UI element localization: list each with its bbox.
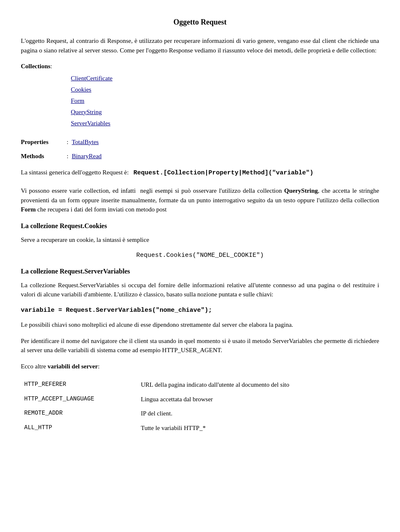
other-vars-bold: variabili del server [48, 363, 98, 370]
collection-link-clientcertificate[interactable]: ClientCertificate [71, 75, 112, 82]
methods-row: Methods : BinaryRead [21, 152, 379, 161]
querystring-bold: QueryString [284, 187, 318, 194]
cookies-code: Request.Cookies("NOME_DEL_COOKIE") [21, 251, 379, 261]
server-var-key: HTTP_REFERER [21, 378, 138, 392]
server-var-key: REMOTE_ADDR [21, 406, 138, 421]
list-item[interactable]: Form [71, 95, 379, 107]
collection-link-form[interactable]: Form [71, 97, 85, 104]
querystring-paragraph: Vi possono essere varie collection, ed i… [21, 186, 379, 214]
table-row: HTTP_REFERERURL della pagina indicato da… [21, 378, 379, 392]
table-row: ALL_HTTPTutte le variabili HTTP_* [21, 421, 379, 435]
collections-list: ClientCertificate Cookies Form QueryStri… [71, 73, 379, 129]
server-var-value: IP del client. [138, 406, 379, 421]
server-variables-paragraph2: Le possibili chiavi sono molteplici ed a… [21, 320, 379, 330]
table-row: REMOTE_ADDRIP del client. [21, 406, 379, 421]
intro-paragraph: L'oggetto Request, al contrario di Respo… [21, 36, 379, 55]
list-item[interactable]: QueryString [71, 107, 379, 118]
syntax-line: La sintassi generica dell'oggetto Reques… [21, 168, 379, 178]
server-var-value: URL della pagina indicato dall'utente al… [138, 378, 379, 392]
collection-link-servervariables[interactable]: ServerVariables [71, 120, 110, 127]
properties-row: Properties : TotalBytes [21, 137, 379, 147]
server-var-value: Tutte le variabili HTTP_* [138, 421, 379, 435]
page-title: Oggetto Request [21, 17, 379, 28]
syntax-intro: La sintassi generica dell'oggetto Reques… [21, 169, 129, 176]
other-vars-suffix: : [98, 363, 100, 370]
collections-label: Collections [21, 63, 50, 70]
properties-label: Properties [21, 137, 67, 147]
list-item[interactable]: ServerVariables [71, 118, 379, 129]
page-title-bold: Request [201, 18, 227, 26]
server-variables-section: La collezione Request.ServerVariables La… [21, 266, 379, 435]
collection-link-cookies[interactable]: Cookies [71, 86, 91, 93]
other-vars-plain: Ecco altre [21, 363, 48, 370]
cookies-description: Serve a recuperare un cookie, la sintass… [21, 235, 379, 245]
form-bold: Form [21, 206, 36, 213]
server-variables-code: variabile = Request.ServerVariables("nom… [21, 306, 379, 316]
server-variables-paragraph3: Per identificare il nome del navigatore … [21, 336, 379, 355]
cookies-section: La collezione Request.Cookies Serve a re… [21, 221, 379, 261]
page-title-plain: Oggetto [173, 18, 200, 26]
collections-section: Collections: ClientCertificate Cookies F… [21, 62, 379, 129]
list-item[interactable]: Cookies [71, 84, 379, 95]
server-variables-paragraph1: La collezione Request.ServerVariables si… [21, 281, 379, 299]
syntax-code: Request.[Collection|Property|Method]("va… [133, 169, 313, 177]
server-var-key: HTTP_ACCEPT_LANGUAGE [21, 392, 138, 407]
other-vars-label-line: Ecco altre variabili del server: [21, 362, 379, 371]
server-var-key: ALL_HTTP [21, 421, 138, 435]
list-item[interactable]: ClientCertificate [71, 73, 379, 84]
server-var-value: Lingua accettata dal browser [138, 392, 379, 407]
server-vars-table: HTTP_REFERERURL della pagina indicato da… [21, 378, 379, 435]
properties-value[interactable]: TotalBytes [72, 137, 99, 147]
methods-value[interactable]: BinaryRead [72, 152, 102, 161]
methods-label: Methods [21, 152, 67, 161]
collection-link-querystring[interactable]: QueryString [71, 109, 102, 115]
server-variables-heading: La collezione Request.ServerVariables [21, 266, 379, 276]
cookies-heading: La collezione Request.Cookies [21, 221, 379, 231]
table-row: HTTP_ACCEPT_LANGUAGELingua accettata dal… [21, 392, 379, 407]
